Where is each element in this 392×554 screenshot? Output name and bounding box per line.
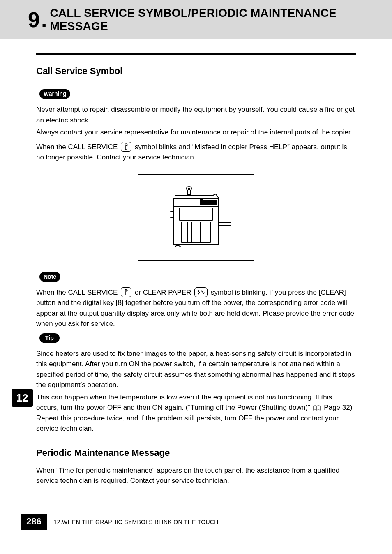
section-title-2: Periodic Maintenance Message [36,446,356,461]
warning-paragraph-2: Always contact your service representati… [36,127,356,138]
chapter-number: 9. [28,7,46,32]
call-service-paragraph: When the CALL SERVICE symbol blinks and … [36,142,356,163]
note-label: Note [39,272,60,282]
page-footer: 286 12.WHEN THE GRAPHIC SYMBOLS BLINK ON… [21,514,219,530]
warning-label: Warning [39,89,70,99]
wrench-symbol-icon [121,287,131,297]
section-call-service: Call Service Symbol Warning Never attemp… [36,64,356,434]
section-rule-bottom [36,79,356,79]
section-periodic-maintenance: Periodic Maintenance Message When “Time … [36,446,356,486]
book-reference-icon [313,405,321,411]
call-service-text-a: When the CALL SERVICE [36,143,120,151]
copier-illustration-frame [138,174,254,261]
chapter-title: CALL SERVICE SYMBOL/PERIODIC MAINTENANCE… [50,7,392,33]
wrench-symbol-icon [121,142,131,152]
divider-thick [36,53,356,55]
copier-icon [151,182,241,252]
svg-rect-4 [180,208,212,220]
chapter-tab: 12 [12,389,33,407]
note-paragraph: When the CALL SERVICE or CLEAR PAPER sym… [36,287,356,329]
note-text-b: or CLEAR PAPER [133,289,193,296]
chapter-dot: . [41,8,46,32]
section-rule-bottom [36,461,356,461]
copier-illustration [36,174,356,261]
periodic-paragraph: When “Time for periodic maintenance” app… [36,465,356,486]
tip-paragraph-1: Since heaters are used to fix toner imag… [36,349,356,390]
tip-label: Tip [39,333,60,343]
footer-text: 12.WHEN THE GRAPHIC SYMBOLS BLINK ON THE… [54,519,219,525]
warning-paragraph-1: Never attempt to repair, disassemble or … [36,104,356,125]
page-content: Call Service Symbol Warning Never attemp… [0,53,392,486]
tip-text-a: This can happen when the temperature is … [36,393,332,412]
clear-paper-symbol-icon [194,287,208,297]
chapter-header: 9. CALL SERVICE SYMBOL/PERIODIC MAINTENA… [0,0,392,39]
section-title-1: Call Service Symbol [36,64,356,79]
note-text-a: When the CALL SERVICE [36,289,120,296]
chapter-number-value: 9 [28,8,39,32]
page-number: 286 [21,514,47,530]
tip-paragraph-2: This can happen when the temperature is … [36,392,356,434]
